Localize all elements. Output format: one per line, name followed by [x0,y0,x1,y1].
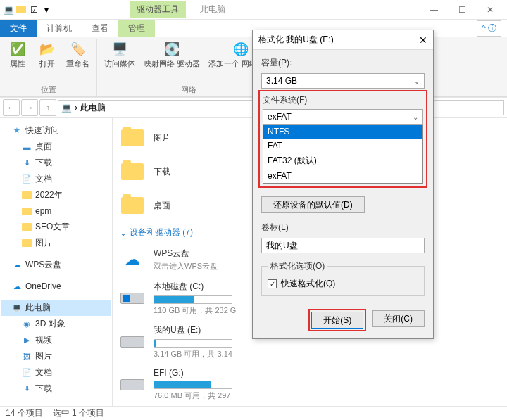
dialog-title: 格式化 我的U盘 (E:) [258,34,334,46]
capacity-select[interactable]: 3.14 GB⌄ [261,73,425,89]
folder-icon [21,190,32,201]
tree-desktop[interactable]: ▬桌面 [1,139,111,155]
tree-documents2[interactable]: 📄文档 [1,364,111,381]
dialog-close-button[interactable]: ✕ [419,34,427,46]
video-icon: ▶ [21,335,32,346]
tree-downloads[interactable]: ⬇下载 [1,155,111,171]
fs-option-exfat[interactable]: exFAT [263,169,423,183]
tree-onedrive[interactable]: ☁OneDrive [1,279,111,294]
filesystem-highlight: 文件系统(F) exFAT⌄ NTFS FAT FAT32 (默认) exFAT [258,90,427,188]
map-network-button[interactable]: 💽映射网络 驱动器 [141,39,203,70]
close-button[interactable]: ✕ [476,0,504,20]
tree-seo[interactable]: SEO文章 [1,219,111,235]
path-segment[interactable]: 此电脑 [80,102,106,114]
capacity-label: 容量(P): [261,57,425,69]
checkbox-icon[interactable]: ☑ [28,4,39,15]
maximize-button[interactable]: ☐ [448,0,476,20]
forward-button[interactable]: → [21,99,38,116]
volume-input[interactable]: 我的U盘 [261,238,425,253]
filesystem-dropdown: NTFS FAT FAT32 (默认) exFAT [263,124,423,184]
folder-icon [21,205,32,217]
access-media-button[interactable]: 🖥️访问媒体 [101,39,138,70]
pc-icon: 💻 [11,303,23,314]
chevron-down-icon: ⌄ [120,228,127,238]
back-button[interactable]: ← [3,99,20,116]
tree-thispc[interactable]: 💻此电脑 [1,300,111,316]
add-network-icon: 🌐 [232,41,249,58]
help-button[interactable]: ^ ⓘ [477,20,501,37]
format-dialog: 格式化 我的U盘 (E:) ✕ 容量(P): 3.14 GB⌄ 文件系统(F) … [252,30,434,339]
tab-computer[interactable]: 计算机 [37,20,82,37]
status-selected: 选中 1 个项目 [53,407,104,419]
tree-wpscloud[interactable]: ☁WPS云盘 [1,257,111,273]
chevron-down-icon: ⌄ [414,77,420,85]
ribbon-group-location: ✅属性 📂打开 🏷️重命名 位置 [0,39,97,96]
pictures-icon: 🖼 [21,351,32,362]
status-bar: 14 个项目 选中 1 个项目 [0,406,507,420]
close-dialog-button[interactable]: 关闭(C) [372,310,425,327]
star-icon: ★ [11,125,23,136]
filesystem-label: 文件系统(F) [263,94,423,106]
rename-button[interactable]: 🏷️重命名 [63,39,92,70]
dropdown-icon[interactable]: ▾ [41,4,52,15]
rename-icon: 🏷️ [70,41,87,58]
properties-icon: ✅ [9,41,26,58]
properties-button[interactable]: ✅属性 [4,39,31,70]
quick-format-checkbox[interactable]: ✓ 快速格式化(Q) [268,278,418,290]
app-icon: 💻 [3,4,14,15]
navigation-tree[interactable]: ★快速访问 ▬桌面 ⬇下载 📄文档 2022年 epm SEO文章 图片 ☁WP… [0,118,113,406]
media-icon: 🖥️ [111,41,128,58]
network-drive-icon: 💽 [163,41,180,58]
desktop-icon: ▬ [21,141,32,153]
folder-icon [121,163,144,180]
download-icon: ⬇ [21,158,32,169]
tab-file[interactable]: 文件 [0,20,37,37]
tree-downloads2[interactable]: ⬇下载 [1,381,111,397]
tab-view[interactable]: 查看 [82,20,118,37]
folder-icon [121,197,144,214]
doc-icon: 📄 [21,174,32,185]
doc-icon: 📄 [21,367,32,378]
download-icon: ⬇ [21,383,32,395]
tab-manage[interactable]: 管理 [118,20,155,37]
folder-icon[interactable] [15,4,27,15]
folder-icon [121,129,144,146]
tree-quick-access[interactable]: ★快速访问 [1,122,111,139]
tree-documents[interactable]: 📄文档 [1,171,111,187]
tree-epm[interactable]: epm [1,203,111,219]
filesystem-select[interactable]: exFAT⌄ [263,109,423,125]
fs-option-fat32[interactable]: FAT32 (默认) [263,153,423,169]
checkbox-icon: ✓ [268,279,277,288]
restore-defaults-button[interactable]: 还原设备的默认值(D) [261,196,365,213]
drive-icon [120,293,144,304]
cloud-icon: ☁ [120,247,145,272]
chevron-down-icon: ⌄ [413,113,418,121]
fs-option-fat[interactable]: FAT [263,139,423,153]
start-button[interactable]: 开始(S) [311,312,363,329]
format-options-legend: 格式化选项(O) [268,260,327,272]
quick-access-toolbar: 💻 ☑ ▾ [3,4,52,15]
drive-icon [120,379,144,390]
drive-tools-tab[interactable]: 驱动器工具 [130,1,186,18]
tree-video[interactable]: ▶视频 [1,332,111,348]
onedrive-icon: ☁ [11,281,23,292]
title-bar: 💻 ☑ ▾ 驱动器工具 此电脑 — ☐ ✕ [0,0,507,20]
up-button[interactable]: ↑ [39,99,56,116]
pc-icon: 💻 [61,103,72,113]
tree-3d-objects[interactable]: ◉3D 对象 [1,316,111,332]
tree-pictures[interactable]: 图片 [1,235,111,251]
minimize-button[interactable]: — [420,0,448,20]
open-button[interactable]: 📂打开 [34,39,61,70]
tree-2022[interactable]: 2022年 [1,187,111,203]
group-label-network: 网络 [181,84,196,95]
window-title: 此电脑 [200,4,225,15]
tree-pictures2[interactable]: 🖼图片 [1,348,111,364]
drive-icon [120,336,144,348]
window-buttons: — ☐ ✕ [420,0,504,20]
fs-option-ntfs[interactable]: NTFS [263,125,423,139]
group-label-location: 位置 [41,84,56,95]
item-efi[interactable]: EFI (G:)76.0 MB 可用，共 297 [118,364,501,405]
status-count: 14 个项目 [6,407,43,419]
cloud-icon: ☁ [11,260,23,271]
3d-icon: ◉ [21,319,32,330]
